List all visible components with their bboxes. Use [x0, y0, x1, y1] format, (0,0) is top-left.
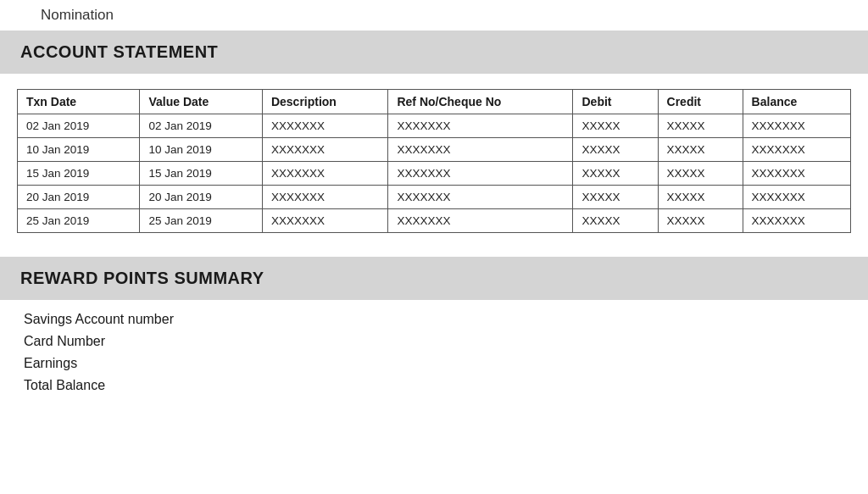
statement-table-section: Txn DateValue DateDescriptionRef No/Cheq… — [0, 74, 868, 248]
table-cell: XXXXX — [573, 138, 658, 162]
table-cell: XXXXX — [658, 186, 743, 209]
table-cell: 10 Jan 2019 — [140, 138, 262, 162]
nomination-header: Nomination — [0, 0, 868, 31]
table-cell: 25 Jan 2019 — [18, 209, 140, 233]
account-statement-title: ACCOUNT STATEMENT — [20, 42, 218, 61]
table-cell: XXXXX — [573, 114, 658, 138]
table-header-cell: Txn Date — [18, 90, 140, 114]
table-cell: XXXXXXX — [262, 162, 388, 186]
table-cell: 02 Jan 2019 — [140, 114, 262, 138]
table-cell: XXXXXXX — [743, 186, 850, 209]
table-cell: XXXXX — [573, 162, 658, 186]
table-cell: XXXXX — [573, 186, 658, 209]
table-cell: XXXXX — [658, 209, 743, 233]
table-row: 20 Jan 201920 Jan 2019XXXXXXXXXXXXXXXXXX… — [18, 186, 851, 209]
table-cell: 25 Jan 2019 — [140, 209, 262, 233]
table-header-cell: Balance — [743, 90, 850, 114]
table-row: 02 Jan 201902 Jan 2019XXXXXXXXXXXXXXXXXX… — [18, 114, 851, 138]
table-header-cell: Description — [262, 90, 388, 114]
reward-points-header: REWARD POINTS SUMMARY — [0, 257, 868, 300]
table-header-cell: Ref No/Cheque No — [388, 90, 573, 114]
table-cell: 20 Jan 2019 — [18, 186, 140, 209]
table-cell: XXXXX — [658, 162, 743, 186]
table-cell: XXXXXXX — [743, 114, 850, 138]
table-cell: XXXXX — [658, 114, 743, 138]
nomination-label: Nomination — [41, 7, 114, 23]
table-cell: XXXXX — [658, 138, 743, 162]
reward-item: Savings Account number — [24, 310, 844, 329]
table-header-cell: Credit — [658, 90, 743, 114]
reward-item: Total Balance — [24, 376, 844, 395]
page-wrapper: Nomination ACCOUNT STATEMENT Txn DateVal… — [0, 0, 868, 494]
table-cell: XXXXXXX — [388, 138, 573, 162]
table-cell: XXXXXXX — [388, 186, 573, 209]
table-cell: XXXXXXX — [262, 209, 388, 233]
table-cell: 15 Jan 2019 — [18, 162, 140, 186]
reward-item: Earnings — [24, 354, 844, 373]
table-cell: XXXXXXX — [388, 209, 573, 233]
table-header-cell: Value Date — [140, 90, 262, 114]
reward-points-title: REWARD POINTS SUMMARY — [20, 269, 264, 287]
table-cell: XXXXXXX — [743, 162, 850, 186]
table-cell: XXXXXXX — [388, 114, 573, 138]
reward-item: Card Number — [24, 332, 844, 351]
table-row: 25 Jan 201925 Jan 2019XXXXXXXXXXXXXXXXXX… — [18, 209, 851, 233]
table-header-row: Txn DateValue DateDescriptionRef No/Cheq… — [18, 90, 851, 114]
table-cell: 15 Jan 2019 — [140, 162, 262, 186]
table-cell: 02 Jan 2019 — [18, 114, 140, 138]
table-row: 10 Jan 201910 Jan 2019XXXXXXXXXXXXXXXXXX… — [18, 138, 851, 162]
account-statement-header: ACCOUNT STATEMENT — [0, 31, 868, 74]
table-cell: XXXXXXX — [262, 186, 388, 209]
reward-items-list: Savings Account numberCard NumberEarning… — [0, 300, 868, 405]
table-cell: XXXXXXX — [743, 209, 850, 233]
table-cell: 20 Jan 2019 — [140, 186, 262, 209]
table-row: 15 Jan 201915 Jan 2019XXXXXXXXXXXXXXXXXX… — [18, 162, 851, 186]
table-cell: XXXXXXX — [388, 162, 573, 186]
table-cell: XXXXX — [573, 209, 658, 233]
table-cell: XXXXXXX — [262, 114, 388, 138]
table-header-cell: Debit — [573, 90, 658, 114]
table-cell: XXXXXXX — [262, 138, 388, 162]
table-cell: 10 Jan 2019 — [18, 138, 140, 162]
table-cell: XXXXXXX — [743, 138, 850, 162]
statement-table: Txn DateValue DateDescriptionRef No/Cheq… — [17, 89, 851, 233]
